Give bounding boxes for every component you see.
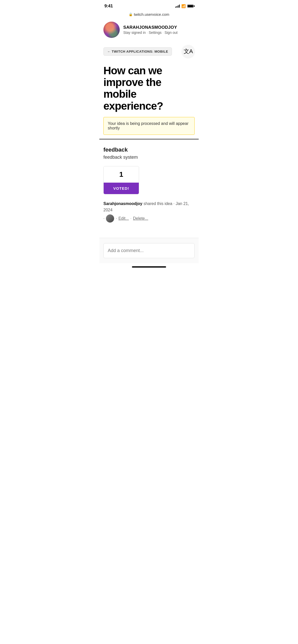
- delete-link[interactable]: Delete...: [133, 215, 148, 222]
- user-header: SARAHJONASMOODJOY Stay signed in · Setti…: [99, 19, 199, 42]
- wifi-icon: 📶: [181, 4, 186, 8]
- stay-signed-in-link[interactable]: Stay signed in: [123, 31, 146, 35]
- author-info: Sarahjonasmoodjoy shared this idea · Jan…: [103, 200, 195, 223]
- feedback-section: feedback feedback system 1 VOTED! Sarahj…: [99, 141, 199, 228]
- url-text: twitch.uservoice.com: [134, 12, 169, 17]
- voted-button[interactable]: VOTED!: [104, 183, 139, 194]
- status-time: 9:41: [104, 4, 113, 9]
- status-bar: 9:41 📶: [99, 0, 199, 11]
- username: SARAHJONASMOODJOY: [123, 25, 178, 30]
- feedback-title: feedback: [103, 147, 195, 153]
- status-icons: 📶: [175, 4, 194, 8]
- back-button[interactable]: ← TWITCH APPLICATIONS: MOBILE: [103, 47, 172, 56]
- comment-section: [99, 238, 199, 263]
- settings-link[interactable]: Settings: [149, 31, 162, 35]
- author-avatar-small: [106, 214, 114, 223]
- signal-icon: [175, 5, 180, 8]
- battery-icon: [187, 5, 194, 8]
- vote-count: 1: [104, 166, 139, 183]
- sign-out-link[interactable]: Sign out: [165, 31, 178, 35]
- vote-widget[interactable]: 1 VOTED!: [103, 166, 139, 194]
- home-indicator: [99, 263, 199, 270]
- author-actions: · · Edit... · Delete...: [103, 214, 195, 223]
- comment-input[interactable]: [103, 243, 195, 258]
- divider: [99, 139, 199, 139]
- notification-message: Your idea is being processed and will ap…: [108, 121, 188, 130]
- feedback-subtitle: feedback system: [103, 155, 195, 160]
- avatar: [103, 22, 120, 38]
- nav-section: ← TWITCH APPLICATIONS: MOBILE 文A: [99, 42, 199, 61]
- lock-icon: 🔒: [129, 12, 133, 16]
- author-name: Sarahjonasmoodjoy: [103, 201, 142, 206]
- home-bar: [132, 266, 166, 268]
- edit-link[interactable]: Edit...: [118, 215, 129, 222]
- user-links: Stay signed in · Settings · Sign out: [123, 31, 178, 35]
- page-title: How can we improve the mobile experience…: [99, 61, 199, 117]
- user-info: SARAHJONASMOODJOY Stay signed in · Setti…: [123, 25, 178, 35]
- translate-button[interactable]: 文A: [182, 45, 195, 58]
- notification-banner: Your idea is being processed and will ap…: [103, 117, 195, 135]
- shared-text: shared this idea: [143, 201, 172, 206]
- url-bar: 🔒 twitch.uservoice.com: [99, 11, 199, 19]
- translate-icon: 文A: [184, 48, 193, 55]
